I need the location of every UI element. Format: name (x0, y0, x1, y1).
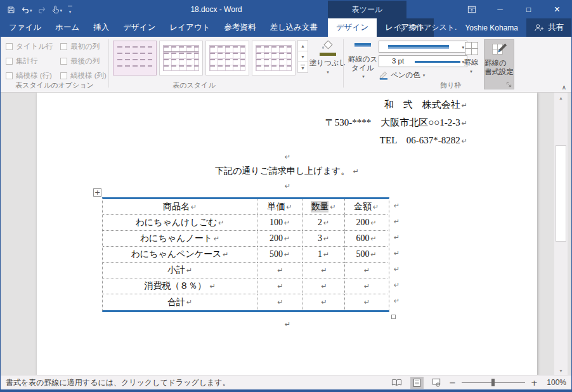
shading-dropdown-icon[interactable]: ▾ (327, 70, 329, 74)
maximize-button[interactable]: □ (514, 1, 543, 18)
table-style-thumbnail-selected[interactable] (113, 41, 157, 75)
ribbon-tab-row: ファイル ホーム 挿入 デザイン レイアウト 参考資料 差し込み文書 校閲 表示… (1, 18, 571, 37)
shading-button[interactable]: 塗りつぶし ▾ (313, 41, 342, 74)
table-header-cell[interactable]: 数量↵ (302, 199, 345, 215)
zoom-level[interactable]: 100% (543, 378, 566, 387)
print-layout-icon (413, 378, 421, 388)
gallery-scroll-buttons: ▲ ▼ ▼ (297, 41, 308, 73)
table-header-cell[interactable]: 商品名↵ (103, 199, 257, 215)
table-cell[interactable]: ↵ (257, 294, 302, 310)
table-style-thumbnail[interactable] (159, 41, 203, 75)
checkbox-banded-columns[interactable]: 縞模様 (列) (60, 71, 112, 81)
quick-access-toolbar: ▾ ▾ ▾ (7, 1, 72, 18)
table-cell[interactable]: 消費税（８％） ↵ (103, 278, 257, 294)
vertical-scrollbar[interactable]: ▲ ▼ (554, 93, 568, 376)
ribbon-display-options-button[interactable] (457, 1, 486, 18)
table-cell[interactable]: ↵ (345, 294, 387, 310)
table-cell[interactable]: 3↵ (302, 231, 345, 247)
zoom-slider[interactable] (462, 382, 525, 383)
table-cell[interactable]: 2↵ (302, 215, 345, 231)
tab-mailings[interactable]: 差し込み文書 (263, 18, 325, 37)
touch-mode-button[interactable]: ▾ (52, 5, 63, 14)
save-icon[interactable] (7, 6, 15, 14)
document-page[interactable]: 和 弐 株式会社↵ 〒530-**** 大阪市北区○○1-2-3↵ TEL 06… (37, 93, 537, 376)
zoom-slider-thumb[interactable] (491, 379, 495, 386)
tab-insert[interactable]: 挿入 (86, 18, 116, 37)
table-cell[interactable]: 合計↵ (103, 294, 257, 310)
table-header-cell[interactable]: 単価↵ (257, 199, 302, 215)
shading-color-swatch (320, 53, 336, 56)
collapse-ribbon-icon[interactable]: ∧ (562, 84, 566, 91)
customize-qat-button[interactable]: ▾ (68, 6, 72, 14)
table-move-handle[interactable]: + (93, 188, 101, 197)
line-weight-dropdown[interactable]: 3 pt ▾ (379, 55, 467, 67)
tell-me-button[interactable]: 操作アシスト. (398, 22, 457, 33)
checkbox-last-column[interactable]: 最後の列 (60, 56, 112, 66)
share-button[interactable]: 共有 (526, 18, 571, 37)
scroll-up-icon[interactable]: ▲ (554, 93, 568, 103)
tab-table-design[interactable]: デザイン (328, 18, 377, 37)
undo-button[interactable]: ▾ (21, 6, 32, 13)
table-cell[interactable]: ↵ (345, 263, 387, 278)
gallery-more-button[interactable]: ▼ (297, 62, 308, 73)
read-mode-icon (391, 379, 402, 386)
undo-dropdown-icon[interactable]: ▾ (30, 8, 32, 13)
gallery-up-button[interactable]: ▲ (297, 40, 308, 51)
table-cell[interactable]: ↵ (345, 278, 387, 294)
checkbox-header-row[interactable]: タイトル行 (6, 42, 60, 51)
table-cell[interactable]: 200↵ (257, 231, 302, 247)
borders-dialog-launcher[interactable] (506, 79, 512, 90)
table-cell[interactable]: 1↵ (302, 247, 345, 263)
minimize-button[interactable]: ─ (486, 1, 514, 18)
table-cell[interactable]: 100↵ (257, 215, 302, 231)
read-mode-button[interactable] (389, 377, 405, 388)
table-style-options-group: タイトル行 最初の列 集計行 最後の列 縞模様 (行) 縞模様 (列) (6, 42, 112, 81)
table-cell[interactable]: 500↵ (345, 247, 387, 263)
tab-home[interactable]: ホーム (48, 18, 86, 37)
table-cell[interactable]: ↵ (257, 278, 302, 294)
pen-color-button[interactable]: ペンの色 ▾ (379, 70, 425, 80)
address-line: 〒530-**** 大阪市北区○○1-2-3↵ (37, 114, 537, 132)
table-cell[interactable]: ↵ (257, 263, 302, 278)
table-cell[interactable]: 600↵ (345, 231, 387, 247)
table-cell[interactable]: 小計↵ (103, 263, 257, 278)
table-cell[interactable]: わにちゃんノート↵ (103, 231, 257, 247)
table-cell[interactable]: ↵ (302, 278, 345, 294)
tab-references[interactable]: 参考資料 (217, 18, 263, 37)
borders-button[interactable]: 罫線 ▾ (460, 41, 483, 74)
print-layout-button[interactable] (410, 377, 424, 389)
checkbox-banded-rows[interactable]: 縞模様 (行) (6, 71, 60, 81)
table-cell[interactable]: わにちゃんペンケース↵ (103, 247, 257, 263)
table-cell[interactable]: 500↵ (257, 247, 302, 263)
table-cell[interactable]: 200↵ (345, 215, 387, 231)
web-layout-button[interactable] (429, 377, 443, 388)
scrollbar-thumb[interactable] (556, 145, 566, 242)
share-person-icon (534, 23, 544, 32)
paint-bucket-icon (320, 41, 335, 52)
zoom-out-button[interactable]: − (449, 378, 456, 388)
gallery-down-button[interactable]: ▼ (297, 51, 308, 62)
table-cell[interactable]: わにちゃんけしごむ↵ (103, 215, 257, 231)
tab-layout[interactable]: レイアウト (162, 18, 217, 37)
zoom-in-button[interactable]: + (531, 378, 538, 388)
redo-button[interactable] (38, 6, 46, 13)
user-account[interactable]: Yoshie Kohama (465, 23, 518, 32)
borders-dropdown-icon[interactable]: ▾ (470, 69, 472, 74)
table-resize-handle[interactable] (391, 315, 396, 319)
table-style-thumbnail[interactable] (252, 41, 296, 75)
checkbox-total-row[interactable]: 集計行 (6, 56, 60, 66)
border-styles-button[interactable]: 罫線のスタイル▾ (347, 43, 379, 79)
table-cell[interactable]: ↵ (302, 294, 345, 310)
touch-mode-dropdown-icon[interactable]: ▾ (60, 8, 63, 13)
tab-file[interactable]: ファイル (2, 18, 48, 37)
word-window: ▾ ▾ ▾ 18.docx - Word 表ツール ─ □ × (0, 0, 572, 392)
line-style-dropdown[interactable]: ▾ (379, 41, 467, 53)
checkbox-first-column[interactable]: 最初の列 (60, 42, 112, 51)
request-line: 下記の通りご請求申し上げます。 ↵ (37, 164, 537, 179)
tel-line: TEL 06-637*-8282↵ (37, 132, 537, 150)
tab-design[interactable]: デザイン (116, 18, 162, 37)
table-header-cell[interactable]: 金額↵ (345, 199, 387, 215)
close-button[interactable]: × (543, 1, 571, 18)
table-style-thumbnail[interactable] (205, 41, 249, 75)
table-cell[interactable]: ↵ (302, 263, 345, 278)
